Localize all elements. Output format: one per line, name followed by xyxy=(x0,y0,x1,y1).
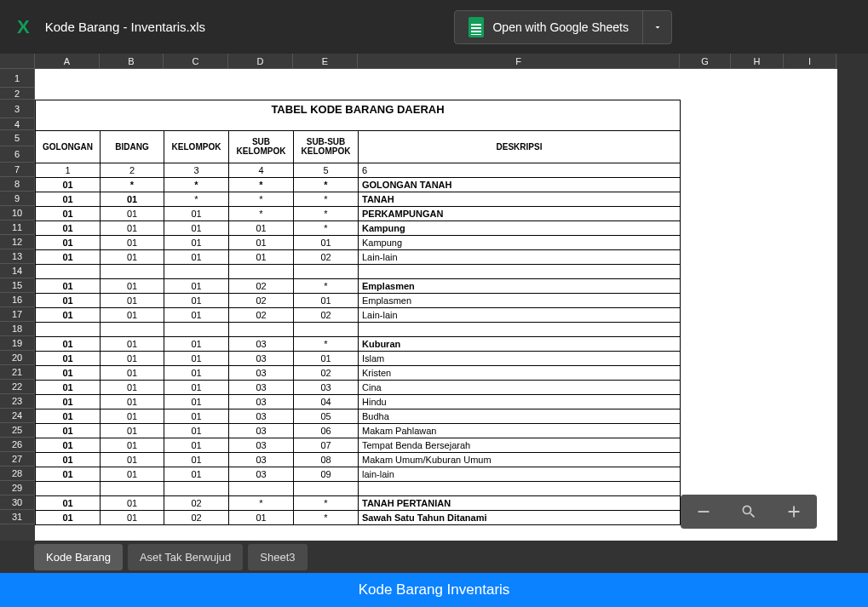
table-cell-desc: Lain-lain xyxy=(359,249,681,264)
row-header-15[interactable]: 15 xyxy=(0,278,35,293)
column-header-i[interactable]: I xyxy=(784,54,836,69)
row-header-7[interactable]: 7 xyxy=(0,163,35,177)
table-cell-desc: Sawah Satu Tahun Ditanami xyxy=(359,510,681,524)
row-header-18[interactable]: 18 xyxy=(0,322,35,336)
table-cell-desc: Islam xyxy=(359,351,681,365)
row-header-23[interactable]: 23 xyxy=(0,394,35,409)
row-header-21[interactable]: 21 xyxy=(0,365,35,380)
row-header-31[interactable]: 31 xyxy=(0,510,35,524)
sheet-tabs-bar: Kode BarangAset Tak BerwujudSheet3 xyxy=(0,541,868,573)
table-header-cell: SUB-SUB KELOMPOK xyxy=(294,130,359,163)
table-header-cell: BIDANG xyxy=(101,130,164,163)
row-header-25[interactable]: 25 xyxy=(0,423,35,438)
column-header-c[interactable]: C xyxy=(164,54,228,69)
table-cell-desc: Makam Pahlawan xyxy=(359,423,681,438)
row-header-29[interactable]: 29 xyxy=(0,481,35,495)
caret-down-icon xyxy=(652,22,663,32)
footer-title: Kode Barang Inventaris xyxy=(359,581,510,598)
select-all-corner[interactable] xyxy=(0,54,35,69)
row-header-27[interactable]: 27 xyxy=(0,452,35,467)
page-footer: Kode Barang Inventaris xyxy=(0,573,868,607)
row-header-9[interactable]: 9 xyxy=(0,192,35,206)
row-header-14[interactable]: 14 xyxy=(0,264,35,278)
row-header-11[interactable]: 11 xyxy=(0,220,35,235)
svg-rect-0 xyxy=(698,511,709,513)
sheet-tab-sheet3[interactable]: Sheet3 xyxy=(248,544,307,570)
row-header-17[interactable]: 17 xyxy=(0,307,35,322)
table-cell-desc: TANAH PERTANIAN xyxy=(359,495,681,510)
row-header-28[interactable]: 28 xyxy=(0,467,35,481)
row-header-3[interactable]: 3 xyxy=(0,100,35,118)
column-header-g[interactable]: G xyxy=(680,54,731,69)
row-header-30[interactable]: 30 xyxy=(0,495,35,510)
sheet-tab-kode-barang[interactable]: Kode Barang xyxy=(34,544,123,570)
table-cell-desc: Budha xyxy=(359,409,681,423)
table-header-cell: KELOMPOK xyxy=(164,130,229,163)
row-header-19[interactable]: 19 xyxy=(0,336,35,351)
row-header-20[interactable]: 20 xyxy=(0,351,35,365)
zoom-out-button[interactable] xyxy=(687,495,721,529)
row-headers: 1234567891011121314151617181920212223242… xyxy=(0,69,35,541)
column-header-h[interactable]: H xyxy=(731,54,784,69)
table-cell-desc: Kuburan xyxy=(359,336,681,351)
row-header-12[interactable]: 12 xyxy=(0,235,35,249)
row-header-22[interactable]: 22 xyxy=(0,380,35,394)
zoom-reset-button[interactable] xyxy=(732,495,766,529)
top-bar: X Kode Barang - Inventaris.xls Open with… xyxy=(0,0,868,54)
sheet-tab-aset-tak-berwujud[interactable]: Aset Tak Berwujud xyxy=(128,544,243,570)
table-cell-desc: Cina xyxy=(359,380,681,394)
table-cell-desc: Emplasmen xyxy=(359,293,681,307)
column-header-b[interactable]: B xyxy=(100,54,164,69)
row-header-24[interactable]: 24 xyxy=(0,409,35,423)
minus-icon xyxy=(694,502,713,521)
table-cell-desc: Kristen xyxy=(359,365,681,380)
table-header-cell: DESKRIPSI xyxy=(359,130,681,163)
column-header-f[interactable]: F xyxy=(358,54,680,69)
row-header-5[interactable]: 5 xyxy=(0,130,35,146)
spreadsheet-area: ABCDEFGHI 123456789101112131415161718192… xyxy=(0,54,868,541)
row-header-26[interactable]: 26 xyxy=(0,438,35,452)
row-header-10[interactable]: 10 xyxy=(0,206,35,220)
column-headers: ABCDEFGHI xyxy=(35,54,837,69)
row-header-16[interactable]: 16 xyxy=(0,293,35,307)
table-cell-desc: Lain-lain xyxy=(359,307,681,322)
table-cell-desc: Tempat Benda Bersejarah xyxy=(359,438,681,452)
table-cell-desc: Emplasmen xyxy=(359,278,681,293)
magnifier-icon xyxy=(740,503,757,520)
table-header-cell: SUB KELOMPOK xyxy=(229,130,294,163)
row-header-13[interactable]: 13 xyxy=(0,249,35,264)
open-with-container: Open with Google Sheets xyxy=(454,10,672,44)
row-header-8[interactable]: 8 xyxy=(0,177,35,192)
row-header-2[interactable]: 2 xyxy=(0,88,35,100)
cells-area[interactable]: TABEL KODE BARANG DAERAHGOLONGANBIDANGKE… xyxy=(35,69,837,541)
table-cell-desc: GOLONGAN TANAH xyxy=(359,177,681,192)
right-gutter xyxy=(837,54,868,541)
row-header-1[interactable]: 1 xyxy=(0,69,35,88)
column-header-a[interactable]: A xyxy=(35,54,100,69)
app-logo-x: X xyxy=(17,16,30,38)
table-cell-desc: TANAH xyxy=(359,192,681,206)
table-header-cell: GOLONGAN xyxy=(36,130,101,163)
table-cell-desc: PERKAMPUNGAN xyxy=(359,206,681,220)
row-header-6[interactable]: 6 xyxy=(0,146,35,163)
zoom-in-button[interactable] xyxy=(777,495,811,529)
open-with-dropdown-button[interactable] xyxy=(642,11,671,43)
plus-icon xyxy=(785,502,803,521)
table-cell-desc: Hindu xyxy=(359,394,681,409)
table-title: TABEL KODE BARANG DAERAH xyxy=(36,100,681,118)
zoom-toolbar xyxy=(681,495,817,529)
table-cell-desc: Kampung xyxy=(359,220,681,235)
table-cell-desc: Makam Umum/Kuburan Umum xyxy=(359,452,681,467)
google-sheets-icon xyxy=(468,17,484,37)
table-cell-desc: Kampung xyxy=(359,235,681,249)
file-title: Kode Barang - Inventaris.xls xyxy=(45,20,205,34)
column-header-d[interactable]: D xyxy=(228,54,293,69)
row-header-4[interactable]: 4 xyxy=(0,118,35,130)
table-cell-desc: lain-lain xyxy=(359,467,681,481)
column-header-e[interactable]: E xyxy=(293,54,358,69)
open-with-sheets-button[interactable]: Open with Google Sheets xyxy=(455,11,642,43)
open-with-label: Open with Google Sheets xyxy=(492,20,629,34)
